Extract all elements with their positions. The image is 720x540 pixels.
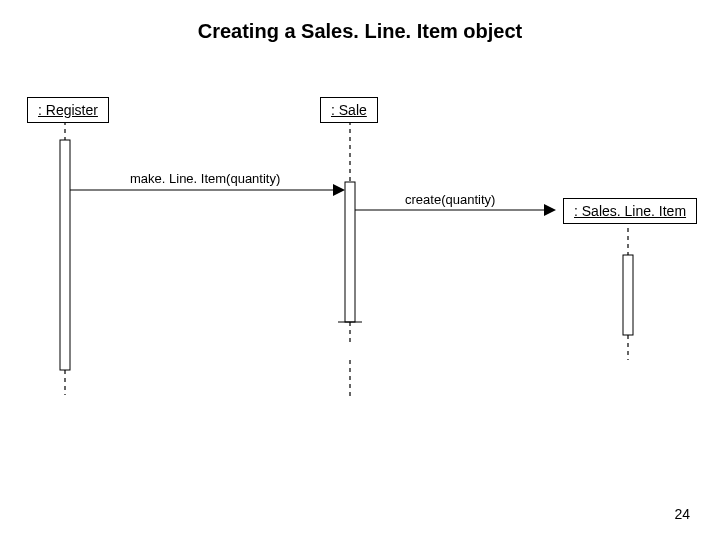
message-makelineitem: make. Line. Item(quantity) [130, 171, 280, 186]
page-number: 24 [674, 506, 690, 522]
lifeline-sale: : Sale [320, 97, 378, 123]
lifeline-register: : Register [27, 97, 109, 123]
svg-marker-11 [544, 204, 556, 216]
svg-rect-13 [623, 255, 633, 335]
svg-marker-9 [333, 184, 345, 196]
message-create: create(quantity) [405, 192, 495, 207]
svg-rect-4 [345, 182, 355, 322]
lifeline-register-label: : Register [38, 102, 98, 118]
sequence-diagram [0, 0, 720, 540]
svg-rect-1 [60, 140, 70, 370]
lifeline-saleslineitem-label: : Sales. Line. Item [574, 203, 686, 219]
lifeline-saleslineitem: : Sales. Line. Item [563, 198, 697, 224]
lifeline-sale-label: : Sale [331, 102, 367, 118]
